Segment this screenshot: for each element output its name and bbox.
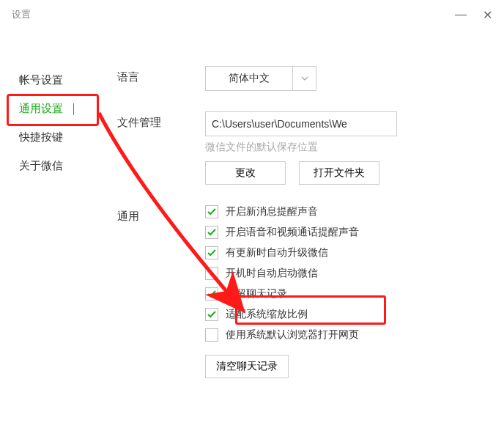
general-checks: 开启新消息提醒声音开启语音和视频通话提醒声音有更新时自动升级微信开机时自动启动微… (205, 205, 482, 342)
sidebar-item-label: 关于微信 (19, 159, 63, 172)
sidebar-item-label: 快捷按键 (19, 130, 63, 143)
check-item[interactable]: 有更新时自动升级微信 (205, 246, 482, 259)
check-label: 适配系统缩放比例 (226, 308, 308, 321)
check-item[interactable]: 开启语音和视频通话提醒声音 (205, 226, 482, 239)
change-path-button[interactable]: 更改 (205, 161, 286, 185)
sidebar-item-shortcuts[interactable]: 快捷按键 (13, 123, 117, 152)
check-label: 使用系统默认浏览器打开网页 (226, 328, 359, 342)
checkbox-icon[interactable] (205, 246, 218, 259)
check-label: 有更新时自动升级微信 (226, 246, 328, 259)
checkbox-icon[interactable] (205, 328, 218, 342)
check-item[interactable]: 使用系统默认浏览器打开网页 (205, 328, 482, 342)
row-file-management: 文件管理 微信文件的默认保存位置 更改 打开文件夹 (117, 111, 482, 185)
checkbox-icon[interactable] (205, 226, 218, 239)
checkbox-icon[interactable] (205, 308, 218, 321)
open-folder-button[interactable]: 打开文件夹 (299, 161, 379, 185)
check-label: 开启语音和视频通话提醒声音 (226, 226, 359, 239)
clear-history-button[interactable]: 清空聊天记录 (205, 355, 289, 378)
general-label: 通用 (117, 205, 205, 378)
titlebar: 设置 — ✕ (0, 0, 504, 29)
sidebar: 帐号设置 通用设置 快捷按键 关于微信 (0, 66, 117, 399)
sidebar-item-label: 帐号设置 (19, 73, 63, 86)
sidebar-item-about[interactable]: 关于微信 (13, 152, 117, 180)
text-cursor-icon (73, 103, 74, 115)
check-item[interactable]: 适配系统缩放比例 (205, 308, 482, 321)
checkbox-icon[interactable] (205, 267, 218, 280)
row-language: 语言 简体中文 (117, 66, 482, 91)
window-controls: — ✕ (455, 8, 492, 22)
language-label: 语言 (117, 66, 205, 91)
file-path-hint: 微信文件的默认保存位置 (205, 141, 482, 154)
sidebar-item-general-settings[interactable]: 通用设置 (13, 95, 117, 123)
content: 帐号设置 通用设置 快捷按键 关于微信 语言 简体中文 文件管理 (0, 29, 504, 399)
check-label: 保留聊天记录 (226, 287, 287, 301)
check-item[interactable]: 开机时自动启动微信 (205, 267, 482, 280)
main-panel: 语言 简体中文 文件管理 微信文件的默认保存位置 更改 打开文件夹 (117, 66, 504, 399)
minimize-icon[interactable]: — (455, 8, 467, 22)
language-select-value: 简体中文 (206, 67, 292, 90)
close-icon[interactable]: ✕ (483, 8, 492, 22)
check-item[interactable]: 保留聊天记录 (205, 287, 482, 301)
check-label: 开机时自动启动微信 (226, 267, 318, 280)
checkbox-icon[interactable] (205, 205, 218, 218)
language-select[interactable]: 简体中文 (205, 66, 316, 91)
sidebar-item-label: 通用设置 (19, 102, 63, 114)
check-item[interactable]: 开启新消息提醒声音 (205, 205, 482, 218)
window-title: 设置 (12, 8, 31, 21)
file-management-label: 文件管理 (117, 111, 205, 185)
chevron-down-icon (292, 67, 316, 90)
sidebar-item-account[interactable]: 帐号设置 (13, 66, 117, 95)
checkbox-icon[interactable] (205, 287, 218, 301)
row-general: 通用 开启新消息提醒声音开启语音和视频通话提醒声音有更新时自动升级微信开机时自动… (117, 205, 482, 378)
file-path-input[interactable] (205, 111, 397, 136)
check-label: 开启新消息提醒声音 (226, 205, 318, 218)
